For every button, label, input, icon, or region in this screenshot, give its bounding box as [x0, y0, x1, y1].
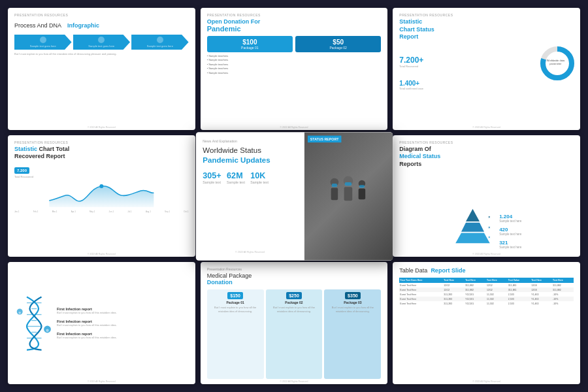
- slide8-pkg2-price: $250: [286, 292, 302, 299]
- slide6-label: Presentation Resources: [399, 140, 574, 144]
- slide8-pkg1-price: $150: [227, 292, 243, 299]
- table-cell-2-4: 2,503: [508, 292, 531, 297]
- table-cell-2-5: Y1,463: [531, 292, 552, 297]
- table-cell-4-0: Event Text Here: [399, 301, 443, 306]
- slide3-donut-area: 7.200+ Total Recovered Worldwide data pa…: [399, 44, 574, 80]
- svg-rect-10: [345, 182, 352, 186]
- table-cell-2-3: 11,502: [486, 292, 508, 297]
- svg-rect-9: [332, 184, 337, 187]
- slide2-pkg1-price: $100: [210, 39, 290, 46]
- slide7-dna-area: First Infection report But I must explai…: [14, 267, 189, 379]
- slide2-pkg1: $100 Package 01: [207, 36, 293, 52]
- slide5-stat2-label: Sample text: [227, 180, 245, 184]
- svg-rect-4: [331, 188, 338, 200]
- table-header-row: Your Text Goes Here Text Here Text Here …: [399, 278, 574, 283]
- slide1-desc: But I must explain to you how all the mi…: [14, 52, 189, 56]
- svg-point-26: [18, 312, 21, 314]
- table-row: Event Text Here12/12311,88212/12311,8811…: [399, 283, 574, 287]
- slide6-footer: © 2022 All Rights Reserved: [393, 253, 580, 255]
- slide8-pkg3: $350 Package 03 But I must explain to yo…: [324, 289, 381, 379]
- table-cell-0-5: 12/16: [531, 283, 552, 287]
- slide7-label2: First Infection report But I must explai…: [57, 319, 117, 327]
- arrow3-text: Sample text goes here: [147, 44, 173, 48]
- slide9-table: Your Text Goes Here Text Here Text Here …: [399, 278, 574, 306]
- table-cell-3-5: Y1,463: [531, 297, 552, 301]
- table-cell-2-2: Y12,501: [465, 292, 486, 297]
- svg-text:×: ×: [488, 236, 490, 240]
- slide1-label: Presentation Resources: [14, 13, 189, 17]
- table-cell-2-1: 311,283: [443, 292, 465, 297]
- table-cell-4-5: Y1,463: [531, 301, 552, 306]
- slide-dna: First Infection report But I must explai…: [8, 262, 195, 384]
- slide8-pkg3-desc: But I must explain to you how all the mi…: [327, 306, 378, 313]
- slide4-title: Statistic Chart Total Recovered Report: [14, 146, 189, 161]
- slide-donation: Presentation Resources Open Donation For…: [201, 8, 388, 130]
- svg-rect-6: [344, 187, 352, 201]
- slide3-donut-center: Worldwide data parameter: [547, 58, 565, 65]
- table-cell-3-3: 11,502: [486, 297, 508, 301]
- table-cell-3-2: Y12,501: [465, 297, 486, 301]
- slide-table: Table Data Report Slide Your Text Goes H…: [393, 262, 580, 384]
- slide4-recovered: 7.200 Total Recovered: [14, 163, 189, 178]
- slide5-stat3: 10K Sample text: [250, 170, 269, 184]
- svg-text:×: ×: [488, 225, 490, 229]
- table-cell-3-6: -10%: [552, 297, 574, 301]
- slide3-donut: Worldwide data parameter: [538, 44, 574, 80]
- col-header-7: Text Here: [552, 278, 574, 283]
- slide5-badge: STATUS REPORT: [307, 135, 341, 142]
- slide7-labels: First Infection report But I must explai…: [57, 307, 117, 339]
- slide9-footer: © 2022 All Rights Reserved: [393, 380, 580, 383]
- slide4-num: 7.200: [14, 167, 29, 174]
- table-cell-3-0: Event Text Here: [399, 297, 443, 301]
- col-header-2: Text Here: [443, 278, 465, 283]
- slide6-label2: 420 Sample text here: [499, 227, 521, 236]
- slide2-footer: © 2022 All Rights Reserved: [201, 126, 388, 129]
- table-cell-1-6: 311,882: [552, 287, 574, 292]
- slide6-title: Diagram Of Medical Status Reports: [399, 146, 574, 169]
- table-cell-0-6: 311,882: [552, 283, 574, 287]
- table-cell-1-4: 311,881: [508, 287, 531, 292]
- slide2-title-blue: Pandemic: [207, 25, 241, 33]
- slide5-stat2-num: 62M: [227, 170, 245, 180]
- arrow-item-3: Sample text goes here: [131, 35, 189, 50]
- table-cell-1-3: 12/12: [486, 287, 508, 292]
- table-row: Event Text Here12/12311,88212/12311,8811…: [399, 287, 574, 292]
- slide-statistic-total: Presentation Resources Statistic Chart T…: [8, 135, 195, 257]
- slide2-pkg1-name: Package 01: [210, 46, 290, 50]
- slide2-packages: $100 Package 01 $50 Package 02: [207, 36, 382, 52]
- svg-marker-14: [466, 209, 480, 221]
- slide5-stat1: 305+ Sample text: [203, 170, 221, 184]
- svg-marker-12: [455, 233, 490, 244]
- col-header-4: Text Here: [486, 278, 508, 283]
- slide4-footer: © 2022 All Rights Reserved: [8, 253, 195, 255]
- slide-process-dna: Presentation Resources Process And DNA I…: [8, 8, 195, 130]
- slide2-pkg2-name: Package 02: [298, 46, 378, 50]
- slide8-pkg2: $250 Package 02 But I must explain to yo…: [266, 289, 323, 379]
- slide5-left: News And Explanation Worldwide Status Pa…: [195, 132, 304, 260]
- slide1-title-normal: Process And DNA: [14, 22, 61, 29]
- table-cell-4-2: Y12,501: [465, 301, 486, 306]
- slide6-pyramid: × × × 1.204 Sample text here 420 Sample …: [399, 169, 574, 252]
- slide1-arrows: Sample text goes here Sample text goes h…: [14, 35, 189, 50]
- slide8-pkg1-name: Package 01: [226, 301, 244, 304]
- slide5-stat3-label: Sample text: [250, 180, 269, 184]
- slide6-label3: 321 Sample text here: [499, 240, 521, 249]
- table-cell-1-5: 12/16: [531, 287, 552, 292]
- slide9-title: Table Data Report Slide: [399, 267, 574, 275]
- slide2-pkg2: $50 Package 02: [295, 36, 381, 52]
- slide5-stats: 305+ Sample text 62M Sample text 10K Sam…: [203, 170, 297, 184]
- svg-text:×: ×: [488, 215, 490, 219]
- slide5-stat1-num: 305+: [203, 170, 221, 180]
- arrow-item-1: Sample text goes here: [14, 35, 72, 50]
- slide4-label: Presentation Resources: [14, 140, 189, 144]
- slide2-list: • Sample teachers• Sample teachers• Samp…: [207, 54, 382, 75]
- table-cell-2-6: -10%: [552, 292, 574, 297]
- table-row: Event Text Here311,283Y12,50111,5022,503…: [399, 301, 574, 306]
- slide5-inner: News And Explanation Worldwide Status Pa…: [195, 132, 392, 260]
- slide8-packages: $150 Package 01 But I must explain to yo…: [207, 289, 382, 379]
- table-cell-0-0: Event Text Here: [399, 283, 443, 287]
- slide-statistic-status: Presentation Resources Statistic Chart S…: [393, 8, 580, 130]
- table-cell-2-0: Event Text Here: [399, 292, 443, 297]
- table-cell-0-3: 12/12: [486, 283, 508, 287]
- table-cell-4-4: 2,503: [508, 301, 531, 306]
